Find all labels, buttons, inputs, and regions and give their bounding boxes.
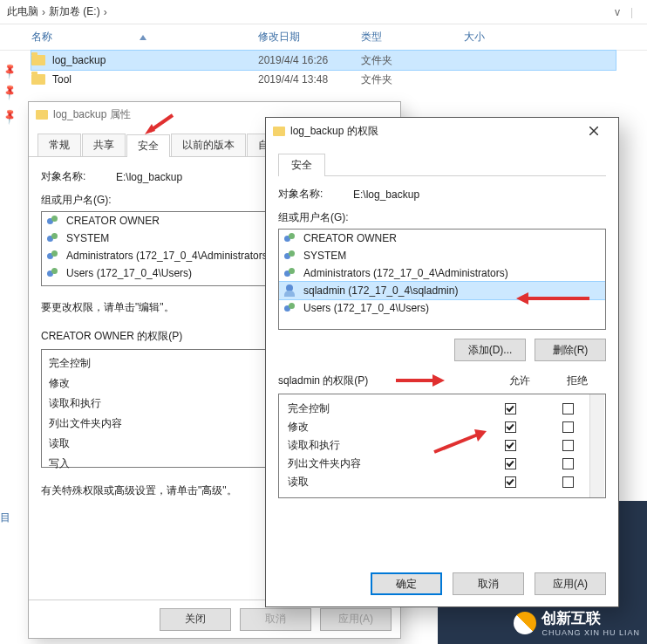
folder-icon [31, 74, 45, 85]
apply-button[interactable]: 应用(A) [535, 572, 606, 595]
allow-checkbox[interactable] [505, 440, 516, 451]
list-item[interactable]: sqladmin (172_17_0_4\sqladmin) [279, 282, 605, 299]
chevron-right-icon [42, 6, 45, 18]
perm-row: 列出文件夹内容 [283, 455, 602, 473]
allow-checkbox[interactable] [505, 458, 516, 469]
allow-checkbox[interactable] [505, 476, 516, 488]
file-name: log_backup [52, 54, 106, 66]
tab-share[interactable]: 共享 [82, 134, 126, 156]
users-icon [284, 267, 298, 279]
file-type: 文件夹 [361, 72, 464, 87]
tab-security[interactable]: 安全 [126, 134, 170, 157]
file-name: Tool [52, 73, 72, 86]
folder-icon [36, 110, 48, 120]
file-type: 文件夹 [361, 53, 464, 68]
tab-strip: 安全 [278, 153, 606, 176]
column-headers: 名称 修改日期 类型 大小 [0, 24, 647, 51]
remove-button[interactable]: 删除(R) [535, 339, 606, 361]
chevron-right-icon [104, 6, 107, 18]
file-row[interactable]: Tool 2019/4/4 13:48 文件夹 [31, 70, 616, 89]
breadcrumb: 此电脑 新加卷 (E:) v | [0, 0, 647, 24]
brand-name: 创新互联 [541, 608, 640, 628]
sidebar-fragment: 目 [0, 510, 10, 525]
perm-row: 读取和执行 [283, 436, 602, 455]
allow-header: 允许 [491, 373, 548, 388]
allow-checkbox[interactable] [505, 421, 516, 433]
deny-checkbox[interactable] [562, 403, 574, 414]
breadcrumb-pc[interactable]: 此电脑 [7, 4, 38, 19]
users-icon [284, 250, 298, 262]
perm-row: 完全控制 [283, 400, 602, 418]
perm-row: 读取 [283, 473, 602, 491]
list-item[interactable]: SYSTEM [279, 247, 605, 264]
permissions-dialog: log_backup 的权限 安全 对象名称: E:\log_backup 组或… [265, 117, 619, 607]
watermark: 创新互联 CHUANG XIN HU LIAN [514, 608, 640, 637]
deny-checkbox[interactable] [562, 476, 574, 488]
allow-checkbox[interactable] [505, 403, 516, 414]
deny-checkbox[interactable] [562, 440, 574, 451]
file-list: log_backup 2019/4/4 16:26 文件夹 Tool 2019/… [0, 51, 647, 89]
object-name-value: E:\log_backup [353, 188, 419, 201]
breadcrumb-drive[interactable]: 新加卷 (E:) [49, 4, 100, 19]
deny-header: 拒绝 [548, 373, 606, 388]
dialog-title-bar[interactable]: log_backup 的权限 [266, 118, 618, 144]
sort-asc-icon [140, 35, 146, 40]
folder-icon [273, 127, 285, 136]
groups-list[interactable]: CREATOR OWNER SYSTEM Administrators (172… [278, 229, 606, 330]
users-icon [47, 267, 61, 279]
dialog-title: log_backup 的权限 [290, 124, 378, 139]
file-row[interactable]: log_backup 2019/4/4 16:26 文件夹 [31, 51, 616, 70]
col-date[interactable]: 修改日期 [258, 30, 361, 45]
col-name[interactable]: 名称 [31, 30, 258, 45]
tab-previous[interactable]: 以前的版本 [171, 134, 246, 156]
tab-general[interactable]: 常规 [37, 134, 81, 156]
permissions-table: 完全控制 修改 读取和执行 列出文件夹内容 读取 [278, 394, 606, 498]
apply-button[interactable]: 应用(A) [320, 608, 392, 631]
user-icon [284, 284, 298, 297]
brand-sub: CHUANG XIN HU LIAN [541, 628, 640, 637]
brand-logo-icon [509, 606, 541, 639]
pin-icon: 📌 [1, 107, 18, 125]
file-date: 2019/4/4 16:26 [258, 54, 361, 66]
users-icon [47, 215, 61, 227]
permissions-label: sqladmin 的权限(P) [278, 373, 491, 388]
list-item[interactable]: CREATOR OWNER [279, 230, 605, 247]
object-name-label: 对象名称: [41, 169, 116, 184]
users-icon [47, 250, 61, 262]
users-icon [284, 232, 298, 244]
list-item[interactable]: Users (172_17_0_4\Users) [279, 299, 605, 317]
users-icon [47, 232, 61, 244]
col-size[interactable]: 大小 [464, 30, 534, 45]
perm-row: 修改 [283, 418, 602, 436]
cancel-button[interactable]: 取消 [240, 608, 311, 631]
tab-security[interactable]: 安全 [278, 154, 325, 176]
cancel-button[interactable]: 取消 [453, 572, 524, 595]
divider: | [630, 6, 633, 18]
file-date: 2019/4/4 13:48 [258, 73, 361, 86]
folder-icon [31, 55, 45, 65]
scrollbar[interactable] [589, 394, 604, 497]
users-icon [284, 302, 298, 314]
deny-checkbox[interactable] [562, 458, 574, 469]
ok-button[interactable]: 确定 [371, 572, 442, 595]
dialog-title: log_backup 属性 [53, 107, 131, 122]
add-button[interactable]: 添加(D)... [454, 339, 526, 361]
groups-label: 组或用户名(G): [278, 210, 606, 225]
chevron-down-icon[interactable]: v [615, 6, 620, 18]
col-type[interactable]: 类型 [361, 30, 464, 45]
object-name-label: 对象名称: [278, 187, 353, 202]
deny-checkbox[interactable] [562, 421, 574, 433]
object-name-value: E:\log_backup [116, 171, 182, 183]
close-icon[interactable] [576, 119, 611, 143]
list-item[interactable]: Administrators (172_17_0_4\Administrator… [279, 264, 605, 282]
close-button[interactable]: 关闭 [160, 608, 231, 631]
